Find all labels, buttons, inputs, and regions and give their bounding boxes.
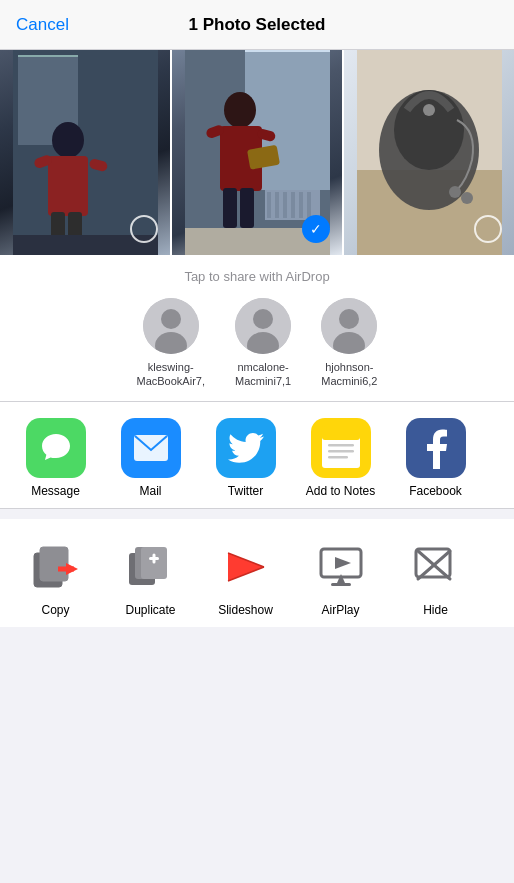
person-silhouette-1 — [143, 298, 199, 354]
svg-rect-25 — [223, 188, 237, 228]
person-silhouette-3 — [321, 298, 377, 354]
mail-app-icon — [133, 434, 169, 462]
contact-avatar-1 — [143, 298, 199, 354]
slideshow-action-icon — [220, 539, 272, 591]
svg-point-31 — [394, 90, 464, 170]
action-slideshow[interactable]: Slideshow — [198, 535, 293, 617]
svg-marker-65 — [335, 557, 351, 569]
header: Cancel 1 Photo Selected — [0, 0, 514, 50]
app-twitter-label: Twitter — [228, 484, 263, 498]
svg-point-36 — [161, 309, 181, 329]
notes-app-icon — [320, 426, 362, 470]
action-duplicate[interactable]: Duplicate — [103, 535, 198, 617]
airdrop-contacts: kleswing-MacBookAir7, nmcalone-Macmini7,… — [0, 298, 514, 389]
svg-point-20 — [224, 92, 256, 128]
contact-name-3: hjohnson-Macmini6,2 — [321, 360, 377, 389]
svg-rect-49 — [328, 456, 348, 459]
photo-item-3[interactable] — [344, 50, 514, 255]
checkmark-icon: ✓ — [310, 222, 322, 236]
app-notes-label: Add to Notes — [306, 484, 375, 498]
action-copy[interactable]: Copy — [8, 535, 103, 617]
contact-avatar-3 — [321, 298, 377, 354]
svg-point-33 — [449, 186, 461, 198]
app-mail[interactable]: Mail — [103, 418, 198, 498]
svg-rect-19 — [307, 192, 311, 218]
actions-list: Copy Duplicate — [0, 535, 514, 617]
svg-rect-18 — [299, 192, 303, 218]
svg-rect-46 — [322, 426, 360, 440]
facebook-app-icon — [422, 427, 450, 469]
twitter-app-icon — [228, 433, 264, 463]
airdrop-contact-3[interactable]: hjohnson-Macmini6,2 — [321, 298, 377, 389]
facebook-icon — [406, 418, 466, 478]
slideshow-icon — [216, 535, 276, 595]
duplicate-action-icon — [125, 539, 177, 591]
svg-rect-51 — [40, 547, 68, 581]
svg-rect-64 — [331, 583, 351, 586]
person-silhouette-2 — [235, 298, 291, 354]
action-duplicate-label: Duplicate — [125, 603, 175, 617]
airdrop-section: Tap to share with AirDrop kleswing-MacBo… — [0, 255, 514, 402]
airplay-icon — [311, 535, 371, 595]
svg-rect-58 — [152, 553, 155, 563]
apps-list: Message Mail Twitter — [0, 418, 514, 498]
app-facebook-label: Facebook — [409, 484, 462, 498]
selection-circle-3[interactable] — [474, 215, 502, 243]
message-icon — [26, 418, 86, 478]
app-mail-label: Mail — [139, 484, 161, 498]
app-message-label: Message — [31, 484, 80, 498]
svg-point-3 — [52, 122, 84, 158]
copy-action-icon — [30, 539, 82, 591]
duplicate-icon — [121, 535, 181, 595]
svg-rect-17 — [291, 192, 295, 218]
airplay-action-icon — [315, 539, 367, 591]
svg-rect-47 — [328, 444, 354, 447]
cancel-button[interactable]: Cancel — [16, 15, 69, 35]
action-hide[interactable]: Hide — [388, 535, 483, 617]
actions-section: Copy Duplicate — [0, 519, 514, 627]
svg-point-39 — [253, 309, 273, 329]
svg-rect-48 — [328, 450, 354, 453]
photo-item-1[interactable] — [0, 50, 172, 255]
svg-rect-4 — [48, 156, 88, 216]
svg-point-34 — [461, 192, 473, 204]
svg-rect-14 — [267, 192, 271, 218]
action-airplay[interactable]: AirPlay — [293, 535, 388, 617]
share-apps-row: Message Mail Twitter — [0, 402, 514, 509]
app-notes[interactable]: Add to Notes — [293, 418, 388, 498]
contact-name-1: kleswing-MacBookAir7, — [137, 360, 205, 389]
svg-point-32 — [423, 104, 435, 116]
copy-icon — [26, 535, 86, 595]
airdrop-contact-1[interactable]: kleswing-MacBookAir7, — [137, 298, 205, 389]
hide-icon — [406, 535, 466, 595]
svg-rect-16 — [283, 192, 287, 218]
app-message[interactable]: Message — [8, 418, 103, 498]
twitter-icon — [216, 418, 276, 478]
svg-rect-26 — [240, 188, 254, 228]
notes-icon — [311, 418, 371, 478]
action-slideshow-label: Slideshow — [218, 603, 273, 617]
contact-avatar-2 — [235, 298, 291, 354]
svg-rect-53 — [58, 566, 74, 571]
mail-icon — [121, 418, 181, 478]
svg-rect-2 — [18, 55, 78, 57]
page-title: 1 Photo Selected — [189, 15, 326, 35]
selection-circle-1[interactable] — [130, 215, 158, 243]
svg-point-42 — [339, 309, 359, 329]
svg-rect-12 — [245, 50, 330, 52]
selection-circle-2[interactable]: ✓ — [302, 215, 330, 243]
photo-grid: ✓ — [0, 50, 514, 255]
hide-action-icon — [410, 539, 462, 591]
svg-rect-15 — [275, 192, 279, 218]
message-app-icon — [38, 430, 74, 466]
airdrop-title: Tap to share with AirDrop — [0, 269, 514, 284]
app-twitter[interactable]: Twitter — [198, 418, 293, 498]
airdrop-contact-2[interactable]: nmcalone-Macmini7,1 — [235, 298, 291, 389]
svg-marker-59 — [228, 553, 264, 581]
action-airplay-label: AirPlay — [321, 603, 359, 617]
action-hide-label: Hide — [423, 603, 448, 617]
action-copy-label: Copy — [41, 603, 69, 617]
photo-item-2[interactable]: ✓ — [172, 50, 344, 255]
contact-name-2: nmcalone-Macmini7,1 — [235, 360, 291, 389]
app-facebook[interactable]: Facebook — [388, 418, 483, 498]
